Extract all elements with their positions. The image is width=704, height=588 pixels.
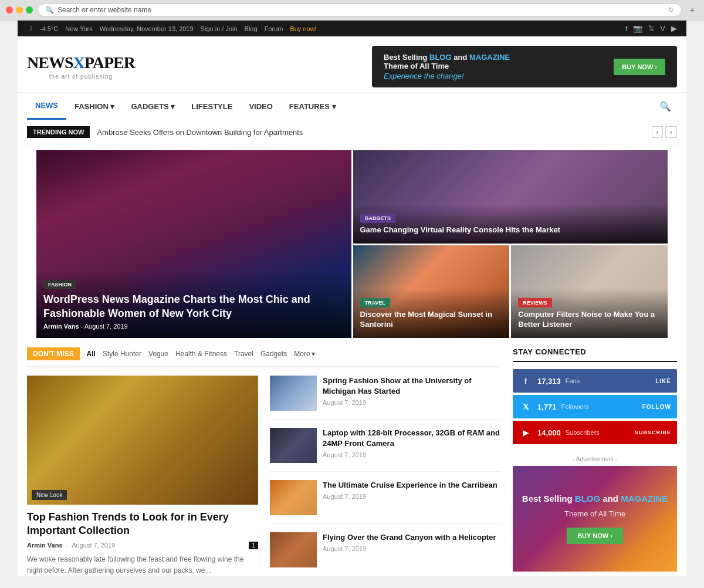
header-buy-button[interactable]: BUY NOW › [614, 59, 665, 75]
article-list-items: Spring Fashion Show at the University of… [270, 376, 501, 576]
ad-sidebar-subtitle: Theme of All Time [564, 509, 625, 518]
article-item-2: The Ultimate Cruise Experience in the Ca… [270, 480, 501, 524]
maximize-button[interactable] [26, 6, 33, 13]
stay-connected-title: STAY CONNECTED [513, 347, 677, 362]
featured-date: August 7, 2019 [72, 542, 115, 549]
nav-links: NEWS FASHION ▾ GADGETS ▾ LIFESTYLE VIDEO… [27, 93, 344, 120]
tab-style-hunter[interactable]: Style Hunter [103, 349, 141, 359]
article-thumb-img-3 [270, 532, 317, 567]
minimize-button[interactable] [16, 6, 23, 13]
tab-all[interactable]: All [87, 349, 96, 359]
hero-travel-article[interactable]: TRAVEL Discover the Most Magical Sunset … [353, 245, 510, 339]
hero-travel-tag: TRAVEL [360, 298, 390, 307]
nav-features[interactable]: FEATURES ▾ [281, 94, 344, 119]
nav-fashion[interactable]: FASHION ▾ [66, 94, 123, 119]
hero-reviews-caption: REVIEWS Computer Filters Noise to Make Y… [511, 289, 668, 338]
article-title-2[interactable]: The Ultimate Cruise Experience in the Ca… [323, 480, 501, 491]
twitter-follow-button[interactable]: FOLLOW [642, 404, 671, 410]
article-thumb-img-1 [270, 428, 317, 463]
search-icon: 🔍 [45, 6, 54, 14]
featured-comments[interactable]: 1 [249, 542, 258, 549]
social-icons-top: f 📷 𝕏 V ▶ [625, 24, 677, 33]
hero-vr-article[interactable]: GADGETS Game Changing Virtual Reality Co… [353, 150, 668, 244]
article-title-1[interactable]: Laptop with 128-bit Processor, 32GB of R… [323, 428, 501, 449]
nav-lifestyle[interactable]: LIFESTYLE [183, 94, 241, 119]
trending-text: Ambrose Seeks Offers on Downtown Buildin… [97, 128, 644, 137]
signin-link[interactable]: Sign in / Join [201, 25, 238, 32]
nav-gadgets[interactable]: GADGETS ▾ [123, 94, 183, 119]
article-thumb-img-2 [270, 480, 317, 515]
nav-news[interactable]: NEWS [27, 93, 66, 120]
logo[interactable]: NEWSXPAPER [27, 53, 135, 72]
youtube-icon[interactable]: ▶ [671, 24, 677, 33]
article-thumb-0 [270, 376, 317, 411]
vimeo-icon[interactable]: V [660, 24, 665, 33]
trending-bar: TRENDING NOW Ambrose Seeks Offers on Dow… [18, 120, 686, 144]
forum-link[interactable]: Forum [265, 25, 283, 32]
address-bar[interactable]: 🔍 Search or enter website name ↻ [38, 4, 682, 16]
main-nav: NEWS FASHION ▾ GADGETS ▾ LIFESTYLE VIDEO… [18, 92, 686, 120]
article-title-3[interactable]: Flying Over the Grand Canyon with a Heli… [323, 532, 501, 543]
hero-vr-title: Game Changing Virtual Reality Console Hi… [360, 225, 661, 235]
dont-miss-section: DON'T MISS All Style Hunter Vogue Health… [27, 347, 501, 576]
article-item-3: Flying Over the Grand Canyon with a Heli… [270, 532, 501, 576]
dont-miss-label: DON'T MISS [27, 347, 80, 360]
tab-travel[interactable]: Travel [234, 349, 253, 359]
facebook-count: 17,313 [537, 377, 561, 386]
trending-arrows: ‹ › [652, 126, 677, 138]
new-tab-button[interactable]: + [686, 4, 698, 16]
hero-travel-title: Discover the Most Magical Sunset in Sant… [360, 310, 503, 330]
trending-prev[interactable]: ‹ [652, 126, 664, 138]
blog-link[interactable]: Blog [245, 25, 258, 32]
nav-video[interactable]: VIDEO [241, 94, 280, 119]
article-thumb-2 [270, 480, 317, 515]
featured-image-wrap: New Look [27, 376, 258, 505]
tab-more[interactable]: More ▾ [294, 349, 314, 359]
featured-title[interactable]: Top Fashion Trends to Look for in Every … [27, 511, 258, 538]
tab-gadgets[interactable]: Gadgets [260, 349, 287, 359]
sidebar-advertisement: Best Selling BLOG and MAGAZINE Theme of … [513, 466, 677, 572]
top-bar-left: ☽ -4.5°C New York Wednesday, November 13… [27, 25, 317, 32]
trending-next[interactable]: › [665, 126, 677, 138]
search-button[interactable]: 🔍 [654, 95, 677, 118]
facebook-like-button[interactable]: LIKE [655, 378, 671, 384]
logo-tagline: the art of publishing [27, 73, 135, 80]
hero-reviews-article[interactable]: REVIEWS Computer Filters Noise to Make Y… [511, 245, 668, 339]
instagram-icon[interactable]: 📷 [633, 24, 642, 33]
header-advertisement: Best Selling BLOG and MAGAZINE Theme of … [372, 46, 677, 87]
more-chevron-icon: ▾ [312, 350, 315, 358]
tab-vogue[interactable]: Vogue [148, 349, 168, 359]
youtube-row: ▶ 14,000 Subscribers SUBSCRIBE [513, 421, 677, 444]
article-title-0[interactable]: Spring Fashion Show at the University of… [323, 376, 501, 397]
header: NEWSXPAPER the art of publishing Best Se… [18, 36, 686, 92]
traffic-lights [6, 6, 33, 13]
facebook-row: f 17,313 Fans LIKE [513, 369, 677, 393]
sidebar-ad-wrapper: - Advertisement - Best Selling BLOG and … [513, 456, 677, 572]
new-look-badge: New Look [32, 490, 67, 500]
article-info-3: Flying Over the Grand Canyon with a Heli… [323, 532, 501, 552]
youtube-subscribe-button[interactable]: SUBSCRIBE [635, 430, 671, 435]
sidebar: STAY CONNECTED f 17,313 Fans LIKE 𝕏 1,77… [513, 347, 677, 576]
close-button[interactable] [6, 6, 13, 13]
ad-title-line2: Theme of All Time [384, 62, 510, 70]
facebook-icon[interactable]: f [625, 24, 628, 33]
page: ☽ -4.5°C New York Wednesday, November 13… [18, 21, 686, 576]
featured-image [27, 376, 258, 505]
article-info-2: The Ultimate Cruise Experience in the Ca… [323, 480, 501, 500]
article-info-0: Spring Fashion Show at the University of… [323, 376, 501, 406]
dont-miss-tabs: All Style Hunter Vogue Health & Fitness … [87, 349, 315, 359]
logo-x: X [73, 53, 84, 72]
facebook-label: Fans [566, 377, 655, 384]
hero-vr-caption: GADGETS Game Changing Virtual Reality Co… [353, 204, 668, 244]
top-bar: ☽ -4.5°C New York Wednesday, November 13… [18, 21, 686, 36]
article-item-1: Laptop with 128-bit Processor, 32GB of R… [270, 428, 501, 472]
article-date-3: August 7, 2019 [323, 545, 501, 552]
tab-health[interactable]: Health & Fitness [175, 349, 227, 359]
hero-main-article[interactable]: FASHION WordPress News Magazine Charts t… [36, 150, 351, 338]
buynow-link[interactable]: Buy now! [290, 25, 316, 32]
reload-icon[interactable]: ↻ [668, 6, 674, 14]
article-thumb-img-0 [270, 376, 317, 411]
top-bar-links: Sign in / Join Blog Forum Buy now! [201, 25, 317, 32]
twitter-icon[interactable]: 𝕏 [648, 24, 654, 33]
sidebar-buy-button[interactable]: BUY NOW › [567, 528, 623, 544]
